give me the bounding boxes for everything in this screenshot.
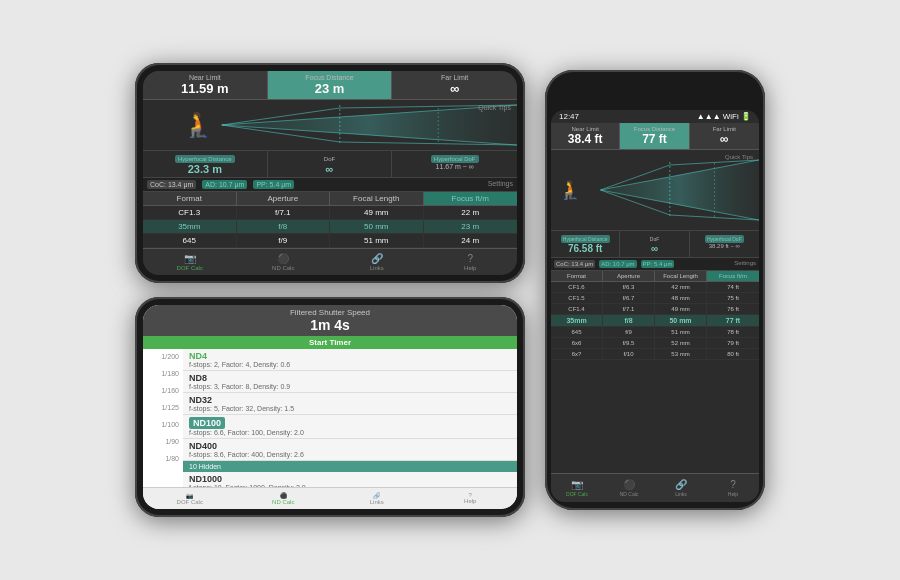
- p-nav-links[interactable]: 🔗 Links: [655, 477, 707, 499]
- nd-nav-nd[interactable]: ⚫ ND Calc: [237, 490, 331, 507]
- nd-nav-dof[interactable]: 📷 DOF Calc: [143, 490, 237, 507]
- nd-nav-help[interactable]: ? Help: [424, 490, 518, 507]
- nd-filter-row[interactable]: ND1000 f-stops: 10, Factor: 1000, Densit…: [183, 472, 517, 487]
- dof-cell: DoF ∞: [268, 151, 393, 177]
- nd-filters-col: ND4 f-stops: 2, Factor: 4, Density: 0.6 …: [183, 349, 517, 487]
- cell-format: 645: [143, 234, 237, 247]
- cell-aperture: f/8: [237, 220, 331, 233]
- pdof-table-row[interactable]: CF1.6f/6.342 mm74 ft: [551, 282, 759, 293]
- pdof-table: Format Aperture Focal Length Focus ft/m …: [551, 271, 759, 473]
- hyp-dof-value: 11.67 m ~ ∞: [394, 163, 515, 170]
- nd-bottom-nav: 📷 DOF Calc ⚫ ND Calc 🔗 Links ?: [143, 487, 517, 509]
- nd-nav-help-label: Help: [464, 498, 476, 504]
- p-cell-focus: 74 ft: [707, 282, 759, 292]
- near-limit-label: Near Limit: [145, 74, 265, 81]
- filter-name-nd100: ND100: [189, 417, 225, 429]
- pdof-table-row[interactable]: 645f/951 mm78 ft: [551, 327, 759, 338]
- main-container: Near Limit 11.59 m Focus Distance 23 m F…: [0, 0, 900, 580]
- col-format: Format: [143, 192, 237, 205]
- p-help-icon: ?: [730, 479, 736, 490]
- p-cell-format: 6x6: [551, 338, 603, 348]
- p-far-limit-value: ∞: [692, 132, 757, 146]
- pdof-table-row[interactable]: CF1.4f/7.149 mm76 ft: [551, 304, 759, 315]
- p-nav-help[interactable]: ? Help: [707, 477, 759, 499]
- cell-format: CF1.3: [143, 206, 237, 219]
- focus-distance-value: 23 m: [270, 81, 390, 96]
- p-cell-ap: f/6.3: [603, 282, 655, 292]
- p-dof-label: DoF: [650, 236, 659, 242]
- p-cell-format: 35mm: [551, 315, 603, 326]
- p-nav-dof[interactable]: 📷 DOF Calc: [551, 477, 603, 499]
- far-limit-value: ∞: [394, 81, 515, 96]
- pdof-table-row[interactable]: 6x6f/9.552 mm79 ft: [551, 338, 759, 349]
- speed-2: 1/180: [143, 370, 179, 377]
- table-row[interactable]: 35mm f/8 50 mm 23 m: [143, 220, 517, 234]
- p-col-focal: Focal Length: [655, 271, 707, 281]
- nav-nd-calc[interactable]: ⚫ ND Calc: [237, 251, 331, 273]
- settings-link[interactable]: Settings: [488, 180, 513, 189]
- table-row[interactable]: 645 f/9 51 mm 24 m: [143, 234, 517, 248]
- pdof-table-row[interactable]: 35mmf/850 mm77 ft: [551, 315, 759, 327]
- nd-app-screen: Filtered Shutter Speed 1m 4s Start Timer…: [143, 305, 517, 509]
- filter-name-nd1000: ND1000: [189, 474, 511, 484]
- nd-nav-nd-label: ND Calc: [272, 499, 294, 505]
- p-focus-dist-cell: Focus Distance 77 ft: [620, 123, 689, 149]
- p-cell-focus: 79 ft: [707, 338, 759, 348]
- hyperfocal-label: Hyperfocal Distance: [175, 155, 235, 163]
- landscape-nd-phone: Filtered Shutter Speed 1m 4s Start Timer…: [135, 297, 525, 517]
- p-cell-focus: 76 ft: [707, 304, 759, 314]
- nd-filter-row[interactable]: ND100 f-stops: 6.6, Factor: 100, Density…: [183, 415, 517, 439]
- nd-title: Filtered Shutter Speed: [146, 308, 514, 317]
- p-settings-link[interactable]: Settings: [734, 260, 756, 268]
- dof-table-header: Format Aperture Focal Length Focus ft/m: [143, 192, 517, 206]
- speed-5: 1/100: [143, 421, 179, 428]
- nav-links[interactable]: 🔗 Links: [330, 251, 424, 273]
- p-coc-badge: CoC: 13.4 μm: [554, 260, 595, 268]
- nd-content: 1/200 1/180 1/160 1/125 1/100 1/90 1/80 …: [143, 349, 517, 487]
- pdof-table-row[interactable]: CF1.5f/6.748 mm75 ft: [551, 293, 759, 304]
- nd-filter-row[interactable]: ND400 f-stops: 8.6, Factor: 400, Density…: [183, 439, 517, 461]
- p-near-limit-cell: Near Limit 38.4 ft: [551, 123, 620, 149]
- p-cell-format: 6x?: [551, 349, 603, 359]
- hyperfocal-dof-cell: Hyperfocal DoF 11.67 m ~ ∞: [392, 151, 517, 177]
- p-cell-focus: 80 ft: [707, 349, 759, 359]
- nav-help[interactable]: ? Help: [424, 251, 518, 273]
- nd-filter-row[interactable]: ND32 f-stops: 5, Factor: 32, Density: 1.…: [183, 393, 517, 415]
- p-col-focus: Focus ft/m: [707, 271, 759, 281]
- cell-format: 35mm: [143, 220, 237, 233]
- cell-focus: 23 m: [424, 220, 518, 233]
- pdof-coc-row: CoC: 13.4 μm AD: 10.7 μm PP: 5.4 μm Sett…: [551, 258, 759, 271]
- p-near-limit-value: 38.4 ft: [553, 132, 617, 146]
- p-person-silhouette: 🧎: [559, 179, 581, 201]
- nd-value: 1m 4s: [146, 317, 514, 333]
- quick-tips-label: Quick Tips: [478, 104, 511, 111]
- nd-hidden-row: 10 Hidden: [183, 461, 517, 472]
- nd-nav-dof-icon: 📷: [186, 492, 193, 499]
- dof-calc-icon: 📷: [184, 253, 196, 264]
- nd-filter-row[interactable]: ND8 f-stops: 3, Factor: 8, Density: 0.9: [183, 371, 517, 393]
- table-row[interactable]: CF1.3 f/7.1 49 mm 22 m: [143, 206, 517, 220]
- landscape-nd-screen: Filtered Shutter Speed 1m 4s Start Timer…: [143, 305, 517, 509]
- nd-nav-links[interactable]: 🔗 Links: [330, 490, 424, 507]
- p-nav-nd[interactable]: ⚫ ND Calc: [603, 477, 655, 499]
- nav-dof-calc[interactable]: 📷 DOF Calc: [143, 251, 237, 273]
- nd-start-button[interactable]: Start Timer: [143, 336, 517, 349]
- hyp-dof-label: Hyperfocal DoF: [431, 155, 479, 163]
- speed-7: 1/80: [143, 455, 179, 462]
- pdof-mid-row: Hyperfocal Distance 76.58 ft DoF ∞ Hyper…: [551, 230, 759, 258]
- p-cell-ap: f/7.1: [603, 304, 655, 314]
- landscape-dof-phone: Near Limit 11.59 m Focus Distance 23 m F…: [135, 63, 525, 283]
- hyperfocal-value: 23.3 m: [145, 163, 265, 175]
- p-cell-fl: 52 mm: [655, 338, 707, 348]
- focus-distance-label: Focus Distance: [270, 74, 390, 81]
- far-limit-cell: Far Limit ∞: [392, 71, 517, 99]
- ad-badge: AD: 10.7 μm: [202, 180, 247, 189]
- p-nav-nd-label: ND Calc: [620, 491, 639, 497]
- filter-detail-nd32: f-stops: 5, Factor: 32, Density: 1.5: [189, 405, 511, 412]
- nd-calc-icon: ⚫: [277, 253, 289, 264]
- p-col-aperture: Aperture: [603, 271, 655, 281]
- nd-filter-row[interactable]: ND4 f-stops: 2, Factor: 4, Density: 0.6: [183, 349, 517, 371]
- p-hyp-dof-label: Hyperfocal DoF: [705, 235, 744, 243]
- p-cell-focus: 77 ft: [707, 315, 759, 326]
- pdof-table-row[interactable]: 6x?f/1053 mm80 ft: [551, 349, 759, 360]
